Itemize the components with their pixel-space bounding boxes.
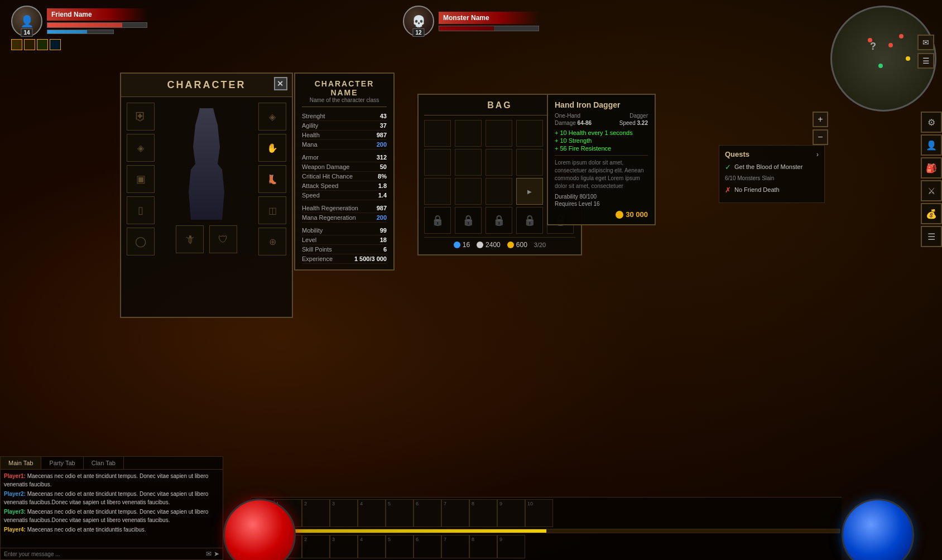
more-menu-button[interactable]: ☰ [921,226,942,247]
bag-slot-1-4[interactable] [516,120,543,147]
bag-slot-3-3[interactable] [486,178,512,205]
stat-row-mana: Mana 200 [302,140,387,149]
equip-slot-boots[interactable]: 👢 [258,165,286,193]
hotbar-2-5[interactable]: 5 [386,535,414,558]
equip-slot-head-right[interactable]: ◈ [258,103,286,131]
stat-label-mobility: Mobility [302,227,323,234]
equip-slot-helmet[interactable]: ⛨ [127,103,155,131]
minimap-envelope-button[interactable]: ✉ [917,35,934,50]
hotbar-1-9[interactable]: 9 [497,499,525,527]
chat-input[interactable] [4,551,204,557]
equip-slot-ring[interactable]: ◯ [127,228,155,255]
stat-value-skill-points: 6 [383,246,387,253]
bag-slot-2-1[interactable] [424,149,451,176]
settings-button[interactable]: ⚙ [921,112,942,133]
player-mp-bar [47,30,114,34]
economy-button[interactable]: 💰 [921,203,942,224]
character-panel-title: CHARACTER [167,79,246,90]
currency-blue: 16 [454,241,470,249]
stat-row-skill-points: Skill Points 6 [302,245,387,254]
bag-slot-2-4[interactable] [516,149,543,176]
chat-msg-4: Player4: Maecenas nec odio et ante tinci… [4,525,219,534]
hotbar-1-4[interactable]: 4 [358,499,386,527]
bag-slot-2-3[interactable] [486,149,512,176]
bag-slot-2-2[interactable] [455,149,482,176]
hotbar-2-3[interactable]: 3 [330,535,358,558]
weapon-slot-off[interactable]: 🛡 [209,225,237,253]
stat-row-attack-speed: Attack Speed 1.8 [302,181,387,191]
equip-slot-chest[interactable]: ▣ [127,165,155,193]
weapon-slot-main[interactable]: 🗡 [176,225,204,253]
bag-slot-1-2[interactable] [455,120,482,147]
bag-slot-4-3[interactable] [486,207,512,234]
stat-row-agility: Agility 37 [302,121,387,131]
player-avatar: 👤 14 [11,6,42,37]
player-hud: 👤 14 Friend Name [11,6,147,50]
skill-icon-1[interactable] [11,39,22,50]
stat-label-strenght: Strenght [302,113,325,119]
hotbar-2-9[interactable]: 9 [497,535,525,558]
hotbar-1-7[interactable]: 7 [441,499,469,527]
bag-slot-1-1[interactable] [424,120,451,147]
bag-slot-3-1[interactable] [424,178,451,205]
stat-row-speed: Speed 1.4 [302,191,387,200]
chat-send-icon[interactable]: ➤ [214,550,219,558]
inventory-button[interactable]: 🎒 [921,157,942,178]
minimap-zoom-in-button[interactable]: + [813,112,828,127]
player-bars: Friend Name [47,8,147,34]
hotbar-2-4[interactable]: 4 [358,535,386,558]
hotbar-1-3[interactable]: 3 [330,499,358,527]
hotbar-2-8[interactable]: 8 [469,535,497,558]
bag-slot-4-1[interactable] [424,207,451,234]
character-panel-close-button[interactable]: ✕ [274,77,287,90]
item-divider [555,155,648,156]
equip-slot-legs[interactable]: ▯ [127,196,155,224]
stat-label-mana: Mana [302,141,318,148]
hotbar-1-10[interactable]: 10 [525,499,553,527]
chat-box: Main Tab Party Tab Clan Tab Player1: Mae… [0,456,223,560]
minimap-menu-button[interactable]: ☰ [917,53,934,69]
bag-footer: 16 2400 600 3/20 [424,237,575,249]
skills-button[interactable]: ⚔ [921,180,942,201]
item-durability: Durability 80/100 [555,194,648,200]
hotbar-1-6[interactable]: 6 [414,499,441,527]
bag-slot-4-2[interactable] [455,207,482,234]
chat-tab-party[interactable]: Party Tab [41,457,83,469]
bag-slot-3-4[interactable]: ▶ [516,178,543,205]
item-speed-row: Speed 3.22 [619,120,648,126]
hotbar-2-6[interactable]: 6 [414,535,441,558]
bag-slot-3-2[interactable] [455,178,482,205]
chat-tab-main[interactable]: Main Tab [1,457,41,469]
monster-hp-fill [439,26,494,31]
item-damage-row: Damage 64-86 Speed 3.22 [555,120,648,126]
bag-slot-4-4[interactable] [516,207,543,234]
hotbar-1-8[interactable]: 8 [469,499,497,527]
equip-slot-gloves[interactable]: ✋ [258,134,286,162]
bag-slot-1-3[interactable] [486,120,512,147]
hotbar-1-5[interactable]: 5 [386,499,414,527]
equip-slot-shoulders[interactable]: ◈ [127,134,155,162]
hotbar-1-2[interactable]: 2 [302,499,330,527]
monster-hp-bar [439,26,539,31]
chat-player1-name: Player1: [4,473,26,479]
item-type: One-Hand [555,113,580,119]
chat-whisper-icon[interactable]: ✉ [206,550,212,558]
stat-value-speed: 1.4 [378,192,387,199]
chat-msg-1-text: Maecenas nec odio et ante tincidunt temp… [4,473,208,487]
hotbar-2-2[interactable]: 2 [302,535,330,558]
player-level: 14 [21,28,32,37]
character-button[interactable]: 👤 [921,134,942,156]
hotbar-2-7[interactable]: 7 [441,535,469,558]
skill-icon-2[interactable] [24,39,35,50]
minimap-question: ? [870,40,876,52]
character-panel-body: ⛨ ◈ ▣ ▯ ◯ 🗡 🛡 ◈ ✋ 👢 ◫ ⊕ [121,97,292,311]
chat-tab-clan[interactable]: Clan Tab [84,457,124,469]
minimap-zoom-out-button[interactable]: − [813,129,828,145]
hotbar-row-1: 👤 1 2 3 4 5 6 7 8 9 10 [251,497,842,529]
equip-slot-amulet[interactable]: ⊕ [258,228,286,255]
bag-count: 3/20 [534,242,546,248]
quests-expand-icon[interactable]: › [816,150,819,158]
equip-slot-belt[interactable]: ◫ [258,196,286,224]
skill-icon-3[interactable] [37,39,48,50]
skill-icon-4[interactable] [50,39,61,50]
